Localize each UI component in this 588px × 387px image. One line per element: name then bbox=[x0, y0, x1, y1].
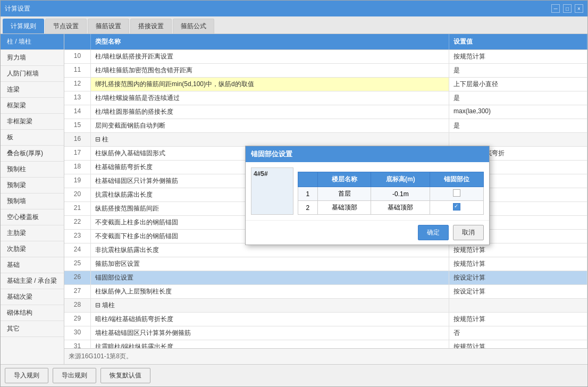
row-num: 22 bbox=[64, 216, 91, 229]
sidebar-item-12[interactable]: 主肋梁 bbox=[1, 225, 64, 241]
table-row[interactable]: 27柱纵筋伸入上层预制柱长度按设定计算 bbox=[64, 285, 587, 299]
row-num: 30 bbox=[64, 326, 91, 340]
row-value bbox=[449, 299, 587, 312]
row-name: 柱/墙柱螺旋箍筋是否连续通过 bbox=[91, 91, 449, 105]
tabs-bar: 计算规则节点设置箍筋设置搭接设置箍筋公式 bbox=[1, 16, 587, 34]
dialog-col-anchor: 锚固部位 bbox=[430, 172, 484, 187]
main-area: 类型名称 设置值 10柱/墙柱纵筋搭接开距离设置按规范计算11柱/墙柱箍筋加密范… bbox=[64, 34, 587, 364]
row-num: 13 bbox=[64, 91, 91, 105]
row-num: 19 bbox=[64, 174, 91, 188]
tab-3[interactable]: 搭接设置 bbox=[130, 19, 172, 33]
sidebar-item-18[interactable]: 其它 bbox=[1, 321, 64, 337]
row-name: 绑扎搭接范围内的箍筋间距min(5d,100)中，纵筋d的取值 bbox=[91, 78, 449, 91]
sidebar-item-9[interactable]: 预制梁 bbox=[1, 178, 64, 194]
row-value: max(lae,300) bbox=[449, 105, 587, 119]
table-row[interactable]: 16⊟ 柱 bbox=[64, 133, 587, 147]
dialog-row-name: 首层 bbox=[317, 187, 371, 201]
sidebar-item-13[interactable]: 次肋梁 bbox=[1, 241, 64, 257]
table-row[interactable]: 14柱/墙柱圆形箍筋的搭接长度max(lae,300) bbox=[64, 105, 587, 119]
cancel-button[interactable]: 取消 bbox=[453, 225, 484, 240]
tab-4[interactable]: 箍筋公式 bbox=[173, 19, 214, 33]
table-row[interactable]: 10柱/墙柱纵筋搭接开距离设置按规范计算 bbox=[64, 50, 587, 64]
sidebar-item-7[interactable]: 叠合板(厚厚) bbox=[1, 146, 64, 162]
row-name: 箍筋加密区设置 bbox=[91, 257, 449, 271]
row-num: 27 bbox=[64, 285, 91, 298]
sidebar-item-3[interactable]: 连梁 bbox=[1, 82, 64, 98]
table-row[interactable]: 15层间变截面钢筋自动判断是 bbox=[64, 119, 587, 133]
row-num: 26 bbox=[64, 271, 91, 284]
dialog-title: 锚固部位设置 bbox=[246, 146, 489, 162]
dialog-left-section: 4#5# 楼层名称 底标高(m) 锚固部位 bbox=[251, 167, 484, 215]
table-row[interactable]: 13柱/墙柱螺旋箍筋是否连续通过是 bbox=[64, 91, 587, 105]
row-value: 上下层最小直径 bbox=[449, 78, 587, 91]
row-name: 柱/墙柱圆形箍筋的搭接长度 bbox=[91, 105, 449, 119]
row-value: 按规范计算 bbox=[449, 313, 587, 326]
sidebar-item-17[interactable]: 砌体结构 bbox=[1, 305, 64, 321]
sidebar-item-16[interactable]: 基础次梁 bbox=[1, 289, 64, 305]
row-value bbox=[449, 133, 587, 146]
row-num: 29 bbox=[64, 313, 91, 326]
row-name: 柱/墙柱纵筋搭接开距离设置 bbox=[91, 50, 449, 63]
table-row[interactable]: 11柱/墙柱箍筋加密范围包含错开距离是 bbox=[64, 64, 587, 78]
tab-1[interactable]: 节点设置 bbox=[45, 19, 87, 33]
sidebar-item-15[interactable]: 基础主梁 / 承台梁 bbox=[1, 273, 64, 289]
sidebar-item-4[interactable]: 框架梁 bbox=[1, 98, 64, 114]
dialog-row-name: 基础顶部 bbox=[317, 201, 371, 215]
dialog-col-num bbox=[298, 172, 318, 187]
row-num: 24 bbox=[64, 243, 91, 257]
row-value: 按设定计算 bbox=[449, 271, 587, 284]
sidebar-item-10[interactable]: 预制墙 bbox=[1, 194, 64, 209]
dialog-body: 4#5# 楼层名称 底标高(m) 锚固部位 bbox=[246, 162, 489, 220]
confirm-button[interactable]: 确定 bbox=[418, 225, 449, 240]
maximize-button[interactable]: □ bbox=[563, 4, 572, 13]
col-value: 设置值 bbox=[449, 34, 587, 49]
sidebar-item-6[interactable]: 板 bbox=[1, 130, 64, 146]
row-name: 暗柱/端柱基础插筋弯折长度 bbox=[91, 313, 449, 326]
table-row[interactable]: 29暗柱/端柱基础插筋弯折长度按规范计算 bbox=[64, 313, 587, 326]
row-num: 12 bbox=[64, 78, 91, 91]
table-row[interactable]: 25箍筋加密区设置按规范计算 bbox=[64, 257, 587, 271]
sidebar-item-2[interactable]: 人防门框墙 bbox=[1, 66, 64, 82]
bottom-btn-0[interactable]: 导入规则 bbox=[5, 368, 48, 383]
row-name: ⊟ 墙柱 bbox=[91, 299, 449, 312]
dialog-table-area: 楼层名称 底标高(m) 锚固部位 1首层-0.1m2基础顶部基础顶部 bbox=[298, 167, 484, 215]
row-name: 非抗震柱纵筋露出长度 bbox=[91, 243, 449, 257]
row-value: 是 bbox=[449, 64, 587, 77]
row-name: 层间变截面钢筋自动判断 bbox=[91, 119, 449, 132]
dialog-row-checkbox[interactable] bbox=[453, 203, 460, 211]
table-row[interactable]: 26锚固部位设置按设定计算 bbox=[64, 271, 587, 285]
close-button[interactable]: × bbox=[575, 4, 583, 13]
row-num: 16 bbox=[64, 133, 91, 146]
row-num: 15 bbox=[64, 119, 91, 132]
row-name: 柱/墙柱箍筋加密范围包含错开距离 bbox=[91, 64, 449, 77]
bottom-btn-2[interactable]: 恢复默认值 bbox=[100, 368, 150, 383]
dialog-inner-table: 楼层名称 底标高(m) 锚固部位 1首层-0.1m2基础顶部基础顶部 bbox=[298, 172, 484, 215]
sidebar-item-1[interactable]: 剪力墙 bbox=[1, 50, 64, 66]
row-name: 抗震暗柱/端柱纵筋露出长度 bbox=[91, 340, 449, 348]
bottom-btn-1[interactable]: 导出规则 bbox=[53, 368, 96, 383]
sidebar-item-5[interactable]: 非框架梁 bbox=[1, 114, 64, 130]
sidebar-item-11[interactable]: 空心楼盖板 bbox=[1, 209, 64, 225]
dialog-row-checkbox-cell bbox=[430, 187, 484, 201]
table-footer: 来源16G101-1第8页。 bbox=[64, 348, 587, 364]
dialog-table-row: 2基础顶部基础顶部 bbox=[298, 201, 484, 215]
sidebar-item-8[interactable]: 预制柱 bbox=[1, 162, 64, 178]
tab-2[interactable]: 箍筋设置 bbox=[88, 19, 129, 33]
dialog-row-checkbox[interactable] bbox=[453, 189, 460, 197]
table-row[interactable]: 30墙柱基础锚固区只计算算外侧箍筋否 bbox=[64, 326, 587, 340]
row-num: 31 bbox=[64, 340, 91, 348]
table-row[interactable]: 31抗震暗柱/端柱纵筋露出长度按规范计算 bbox=[64, 340, 587, 348]
sidebar-item-14[interactable]: 基础 bbox=[1, 257, 64, 273]
tab-0[interactable]: 计算规则 bbox=[3, 19, 44, 33]
table-row[interactable]: 28⊟ 墙柱 bbox=[64, 299, 587, 313]
row-num: 11 bbox=[64, 64, 91, 77]
table-row[interactable]: 24非抗震柱纵筋露出长度按规范计算 bbox=[64, 243, 587, 257]
sidebar-item-0[interactable]: 柱 / 墙柱 bbox=[1, 34, 64, 50]
table-row[interactable]: 12绑扎搭接范围内的箍筋间距min(5d,100)中，纵筋d的取值上下层最小直径 bbox=[64, 78, 587, 91]
row-num: 25 bbox=[64, 257, 91, 271]
row-value: 按规范计算 bbox=[449, 257, 587, 271]
main-window: 计算设置 ─ □ × 计算规则节点设置箍筋设置搭接设置箍筋公式 柱 / 墙柱剪力… bbox=[0, 0, 588, 387]
sidebar: 柱 / 墙柱剪力墙人防门框墙连梁框架梁非框架梁板叠合板(厚厚)预制柱预制梁预制墙… bbox=[1, 34, 64, 364]
minimize-button[interactable]: ─ bbox=[551, 4, 560, 13]
row-num: 20 bbox=[64, 188, 91, 201]
